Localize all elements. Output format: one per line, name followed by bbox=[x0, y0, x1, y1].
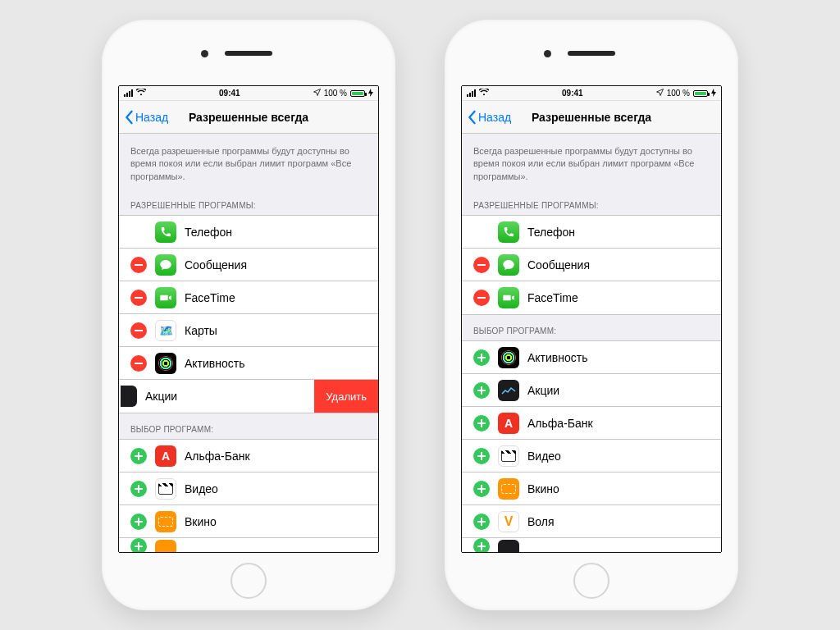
wifi-icon bbox=[136, 89, 146, 98]
nav-bar: Назад Разрешенные всегда bbox=[462, 101, 721, 134]
vkino-app-icon bbox=[155, 511, 176, 532]
allowed-row-maps[interactable]: 🗺️ Карты bbox=[119, 314, 378, 347]
add-icon[interactable] bbox=[473, 349, 490, 366]
add-icon[interactable] bbox=[130, 514, 147, 530]
choose-row-volya[interactable]: V Воля bbox=[462, 505, 721, 538]
partial-app-icon bbox=[155, 540, 176, 552]
signal-icon bbox=[124, 89, 133, 97]
messages-app-icon bbox=[498, 254, 519, 276]
remove-icon[interactable] bbox=[473, 257, 490, 273]
location-icon bbox=[656, 89, 664, 98]
vkino-app-icon bbox=[498, 478, 519, 500]
allowed-section-header: РАЗРЕШЕННЫЕ ПРОГРАММЫ: bbox=[462, 189, 721, 215]
alfa-app-icon: A bbox=[155, 445, 176, 467]
choose-row-alfa[interactable]: A Альфа-Банк bbox=[119, 440, 378, 472]
add-icon[interactable] bbox=[473, 448, 490, 464]
remove-icon[interactable] bbox=[130, 322, 147, 339]
app-label: Сообщения bbox=[527, 258, 590, 272]
front-camera bbox=[544, 50, 551, 57]
app-label: Активность bbox=[527, 351, 588, 364]
choose-row-partial[interactable] bbox=[119, 538, 378, 552]
battery-icon bbox=[693, 90, 708, 97]
wifi-icon bbox=[479, 89, 489, 98]
choose-row-stocks[interactable]: Акции bbox=[462, 374, 721, 407]
charging-icon bbox=[368, 89, 373, 98]
allowed-row-messages[interactable]: Сообщения bbox=[462, 249, 721, 281]
choose-list: Активность Акции A Альфа-Банк bbox=[462, 340, 721, 552]
allowed-list: Телефон Сообщения FaceTime bbox=[119, 215, 378, 413]
status-time: 09:41 bbox=[146, 89, 313, 98]
allowed-row-activity[interactable]: Активность bbox=[119, 347, 378, 380]
facetime-app-icon bbox=[155, 287, 176, 308]
content-scroll[interactable]: Всегда разрешенные программы будут досту… bbox=[119, 134, 378, 552]
partial-app-icon bbox=[498, 540, 519, 552]
choose-row-vkino[interactable]: Вкино bbox=[119, 505, 378, 538]
app-label: Акции bbox=[145, 390, 177, 403]
home-button[interactable] bbox=[573, 563, 609, 599]
choose-row-video[interactable]: Видео bbox=[119, 472, 378, 505]
allowed-list: Телефон Сообщения FaceTime bbox=[462, 215, 721, 315]
remove-icon[interactable] bbox=[130, 355, 147, 372]
status-bar: 09:41 100 % bbox=[119, 86, 378, 101]
app-label: Альфа-Банк bbox=[527, 417, 593, 430]
add-icon[interactable] bbox=[130, 448, 147, 464]
back-label: Назад bbox=[135, 111, 168, 124]
allowed-row-stocks-swiped[interactable]: Акции Удалить bbox=[119, 380, 378, 413]
add-icon[interactable] bbox=[130, 538, 147, 552]
screen-left: 09:41 100 % Назад Разрешенные всегда Все… bbox=[118, 85, 379, 553]
remove-icon[interactable] bbox=[473, 290, 490, 306]
stocks-app-icon bbox=[121, 386, 137, 407]
choose-row-vkino[interactable]: Вкино bbox=[462, 472, 721, 505]
screen-right: 09:41 100 % Назад Разрешенные всегда Все… bbox=[461, 85, 722, 553]
phone-right: 09:41 100 % Назад Разрешенные всегда Все… bbox=[445, 20, 738, 610]
choose-row-activity[interactable]: Активность bbox=[462, 341, 721, 374]
speaker-grille bbox=[568, 51, 615, 56]
front-camera bbox=[201, 50, 208, 57]
phone-left: 09:41 100 % Назад Разрешенные всегда Все… bbox=[102, 20, 395, 610]
remove-icon[interactable] bbox=[130, 257, 147, 273]
allowed-section-header: РАЗРЕШЕННЫЕ ПРОГРАММЫ: bbox=[119, 189, 378, 215]
allowed-row-facetime[interactable]: FaceTime bbox=[119, 281, 378, 314]
back-button[interactable]: Назад bbox=[467, 110, 511, 125]
facetime-app-icon bbox=[498, 287, 519, 308]
activity-app-icon bbox=[498, 347, 519, 368]
add-icon[interactable] bbox=[473, 514, 490, 530]
add-icon[interactable] bbox=[473, 538, 490, 552]
video-app-icon bbox=[498, 445, 519, 467]
choose-section-header: ВЫБОР ПРОГРАММ: bbox=[119, 413, 378, 439]
app-label: Вкино bbox=[185, 515, 217, 528]
delete-button[interactable]: Удалить bbox=[314, 380, 378, 413]
messages-app-icon bbox=[155, 254, 176, 276]
signal-icon bbox=[467, 89, 476, 97]
choose-row-video[interactable]: Видео bbox=[462, 440, 721, 472]
app-label: Сообщения bbox=[185, 258, 247, 272]
allowed-row-messages[interactable]: Сообщения bbox=[119, 249, 378, 281]
phone-app-icon bbox=[498, 221, 519, 243]
app-label: Видео bbox=[527, 450, 561, 463]
home-button[interactable] bbox=[231, 563, 267, 599]
add-icon[interactable] bbox=[473, 415, 490, 431]
add-icon[interactable] bbox=[130, 481, 147, 497]
choose-list: A Альфа-Банк Видео Вкино bbox=[119, 439, 378, 552]
status-bar: 09:41 100 % bbox=[462, 86, 721, 101]
choose-section-header: ВЫБОР ПРОГРАММ: bbox=[462, 315, 721, 340]
volya-app-icon: V bbox=[498, 511, 519, 532]
allowed-row-facetime[interactable]: FaceTime bbox=[462, 281, 721, 314]
app-label: Альфа-Банк bbox=[185, 450, 250, 463]
app-label: Вкино bbox=[527, 482, 559, 495]
video-app-icon bbox=[155, 478, 176, 500]
chevron-left-icon bbox=[124, 110, 134, 125]
allowed-row-phone[interactable]: Телефон bbox=[119, 216, 378, 249]
back-button[interactable]: Назад bbox=[124, 110, 168, 125]
add-icon[interactable] bbox=[473, 481, 490, 497]
status-time: 09:41 bbox=[489, 89, 656, 98]
choose-row-partial[interactable] bbox=[462, 538, 721, 552]
nav-bar: Назад Разрешенные всегда bbox=[119, 101, 378, 134]
remove-icon[interactable] bbox=[130, 290, 147, 306]
choose-row-alfa[interactable]: A Альфа-Банк bbox=[462, 407, 721, 440]
app-label: Видео bbox=[185, 482, 218, 495]
add-icon[interactable] bbox=[473, 382, 490, 399]
allowed-row-phone[interactable]: Телефон bbox=[462, 216, 721, 249]
alfa-app-icon: A bbox=[498, 413, 519, 434]
content-scroll[interactable]: Всегда разрешенные программы будут досту… bbox=[462, 134, 721, 552]
